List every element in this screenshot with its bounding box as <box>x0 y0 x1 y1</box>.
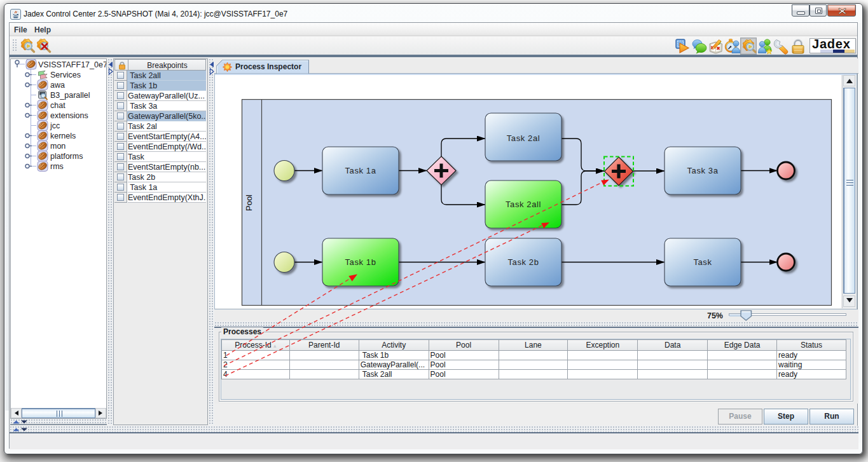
svg-text:Task 2b: Task 2b <box>507 257 539 267</box>
svg-text:rms: rms <box>50 162 64 171</box>
svg-text:awa: awa <box>50 81 65 90</box>
svg-text:Services: Services <box>50 71 81 79</box>
svg-text:extensions: extensions <box>50 111 88 120</box>
svg-text:Task: Task <box>693 257 712 267</box>
svg-text:VSISSTAFF17_0e7: VSISSTAFF17_0e7 <box>38 60 106 69</box>
svg-text:Pool: Pool <box>244 194 254 211</box>
svg-text:Task 2al: Task 2al <box>507 133 541 143</box>
svg-text:chat: chat <box>50 101 65 110</box>
svg-text:mon: mon <box>50 142 65 151</box>
svg-text:jcc: jcc <box>50 121 60 130</box>
svg-text:Task 1b: Task 1b <box>345 257 376 267</box>
svg-text:B3_parallel: B3_parallel <box>50 91 90 100</box>
svg-text:platforms: platforms <box>50 152 83 161</box>
svg-text:Task 1a: Task 1a <box>345 166 376 175</box>
svg-text:Task 3a: Task 3a <box>687 166 718 175</box>
svg-text:kernels: kernels <box>50 132 76 140</box>
svg-text:Task 2all: Task 2all <box>506 200 541 209</box>
